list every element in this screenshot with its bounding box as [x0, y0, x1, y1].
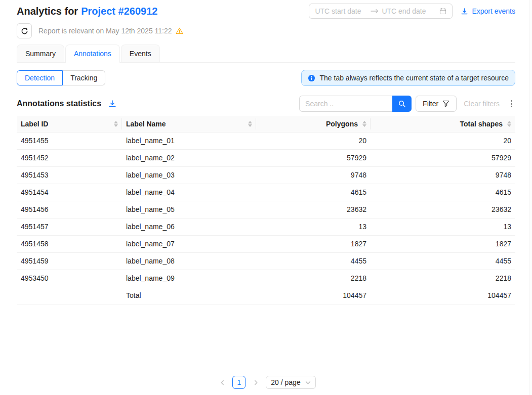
- table-row: 4951453 label_name_03 9748 9748: [17, 166, 515, 184]
- export-events-label: Export events: [472, 7, 515, 15]
- table-row: 4951456 label_name_05 23632 23632: [17, 201, 515, 218]
- page-number-1[interactable]: 1: [232, 376, 245, 389]
- search-button[interactable]: [392, 96, 412, 112]
- table-row: 4951458 label_name_07 1827 1827: [17, 235, 515, 252]
- column-header-total-shapes[interactable]: Total shapes: [371, 116, 515, 132]
- info-alert-text: The tab always reflects the current stat…: [319, 74, 509, 82]
- report-relevance-text: Report is relevant on May 12th 2025 11:2…: [38, 27, 172, 35]
- cell-polygons: 4615: [256, 184, 371, 201]
- main-tabs: Summary Annotations Events: [17, 45, 515, 63]
- page-size-select[interactable]: 20 / page: [266, 376, 315, 389]
- refresh-button[interactable]: [17, 23, 32, 38]
- date-range-picker[interactable]: [309, 4, 453, 19]
- cell-polygons: 20: [256, 132, 371, 149]
- pagination: 1 20 / page: [0, 376, 532, 389]
- radio-tracking[interactable]: Tracking: [63, 70, 105, 85]
- header-actions: Export events: [309, 4, 515, 19]
- cell-total-shapes: 57929: [371, 149, 515, 166]
- table-controls: Filter Clear filters: [299, 96, 515, 112]
- search-group: [299, 96, 412, 112]
- tab-annotations[interactable]: Annotations: [65, 45, 120, 62]
- cell-polygons: 4455: [256, 252, 371, 270]
- cell-label-id: 4951456: [17, 201, 122, 218]
- utc-end-date-input[interactable]: [382, 7, 434, 15]
- cell-total-shapes: 20: [371, 132, 515, 149]
- report-row: Report is relevant on May 12th 2025 11:2…: [17, 23, 515, 38]
- stats-heading: Annotations statistics: [17, 99, 116, 108]
- table-row: 4951452 label_name_02 57929 57929: [17, 149, 515, 166]
- table-header-row: Label ID Label Name Polygons Total shape…: [17, 116, 515, 132]
- page-title-prefix: Analytics for: [17, 6, 78, 17]
- table-summary-row: Total 104457 104457: [17, 287, 515, 304]
- cell-polygons: 57929: [256, 149, 371, 166]
- filter-button[interactable]: Filter: [416, 96, 457, 112]
- export-events-button[interactable]: Export events: [461, 7, 515, 15]
- cell-label-id: 4951454: [17, 184, 122, 201]
- table-row: 4951457 label_name_06 13 13: [17, 218, 515, 235]
- cell-label-name: label_name_07: [122, 235, 256, 252]
- cell-total-shapes: 4615: [371, 184, 515, 201]
- next-page-button[interactable]: [250, 376, 262, 388]
- sorter-icon: [114, 121, 118, 127]
- column-label: Polygons: [326, 120, 358, 128]
- analytics-page: Analytics forProject #260912: [0, 0, 532, 395]
- info-icon: [308, 74, 315, 82]
- tab-summary[interactable]: Summary: [17, 45, 64, 62]
- cell-polygons: 9748: [256, 166, 371, 184]
- utc-start-date-input[interactable]: [315, 7, 367, 15]
- scrollbar[interactable]: [529, 0, 532, 395]
- table-row: 4951459 label_name_08 4455 4455: [17, 252, 515, 270]
- table-row: 4951455 label_name_01 20 20: [17, 132, 515, 149]
- info-alert: The tab always reflects the current stat…: [301, 70, 515, 86]
- cell-polygons: 2218: [256, 270, 371, 287]
- radio-tracking-label: Tracking: [70, 74, 97, 82]
- cell-total-shapes: 4455: [371, 252, 515, 270]
- calendar-icon: [439, 8, 446, 15]
- table-row: 4951454 label_name_04 4615 4615: [17, 184, 515, 201]
- cell-total-total-shapes: 104457: [371, 287, 515, 304]
- filter-icon: [442, 100, 449, 107]
- cell-label-id: 4951453: [17, 166, 122, 184]
- column-header-polygons[interactable]: Polygons: [256, 116, 371, 132]
- cell-label-name: label_name_09: [122, 270, 256, 287]
- column-header-label-id[interactable]: Label ID: [17, 116, 122, 132]
- cell-polygons: 1827: [256, 235, 371, 252]
- annotations-statistics-table: Label ID Label Name Polygons Total shape…: [17, 116, 515, 304]
- swap-right-icon: [371, 9, 379, 14]
- cell-label-name: label_name_03: [122, 166, 256, 184]
- warning-icon: [176, 27, 183, 34]
- cell-total-shapes: 2218: [371, 270, 515, 287]
- cell-total-shapes: 13: [371, 218, 515, 235]
- tab-annotations-label: Annotations: [74, 50, 111, 58]
- cell-label-id: 4951459: [17, 252, 122, 270]
- filter-button-label: Filter: [423, 100, 438, 108]
- cell-label-name: label_name_05: [122, 201, 256, 218]
- search-input[interactable]: [299, 96, 392, 112]
- radio-detection[interactable]: Detection: [17, 70, 63, 85]
- clear-filters-button[interactable]: Clear filters: [461, 100, 503, 108]
- column-label: Total shapes: [460, 120, 503, 128]
- sub-controls-row: Detection Tracking The tab always reflec…: [17, 70, 515, 86]
- column-label: Label Name: [126, 120, 166, 128]
- cell-label-name: label_name_01: [122, 132, 256, 149]
- radio-detection-label: Detection: [25, 74, 55, 82]
- more-menu-icon[interactable]: [508, 98, 515, 109]
- cell-label-name: label_name_02: [122, 149, 256, 166]
- search-icon: [398, 100, 406, 108]
- sorter-icon: [362, 121, 366, 127]
- cell-total-shapes: 23632: [371, 201, 515, 218]
- mode-radio-group: Detection Tracking: [17, 70, 105, 85]
- download-icon: [461, 8, 468, 15]
- prev-page-button[interactable]: [216, 376, 228, 388]
- page-size-value: 20 / page: [271, 378, 300, 386]
- table-row: 4953450 label_name_09 2218 2218: [17, 270, 515, 287]
- cell-label-id: 4951458: [17, 235, 122, 252]
- page-header: Analytics forProject #260912: [17, 0, 515, 17]
- column-header-label-name[interactable]: Label Name: [122, 116, 256, 132]
- chevron-down-icon: [305, 380, 311, 385]
- project-link[interactable]: Project #260912: [81, 6, 157, 17]
- tab-events[interactable]: Events: [121, 45, 160, 62]
- download-stats-icon[interactable]: [108, 100, 116, 108]
- cell-polygons: 23632: [256, 201, 371, 218]
- column-label: Label ID: [21, 120, 48, 128]
